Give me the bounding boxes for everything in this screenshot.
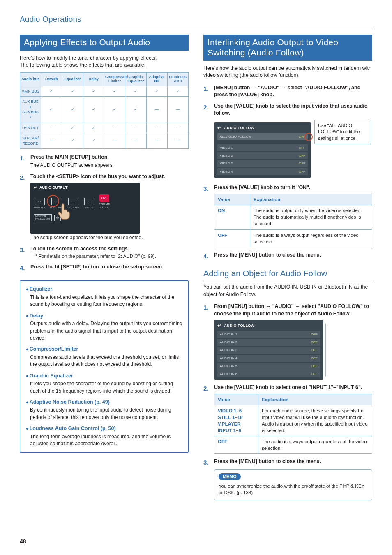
section-header: Audio Operations [20,14,372,25]
effects-row-header: STREAM/RECORD [20,133,41,149]
back-arrow-icon: ↩ [34,185,37,190]
effects-cell: ✓ [104,86,125,97]
effects-cell: — [167,97,188,123]
value-table-b: Value Explanation VIDEO 1–6STILL 1–16V.P… [214,394,372,454]
effects-cell: — [146,123,167,133]
screen-row: AUDIO IN 2OFF [217,339,320,346]
effects-cell: — [125,123,146,133]
effects-cell: ✓ [41,97,62,123]
effects-cell: ✓ [104,97,125,123]
bullet-heading: Graphic Equalizer [26,372,182,380]
bullet-heading: Compressor/Limiter [26,346,182,353]
bullet-text: Compresses audio levels that exceed the … [30,354,182,368]
screen-row: VIDEO 4OFF [217,168,308,175]
left-intro-2: The following table shows the effects th… [20,62,189,69]
effects-row-header: MAIN BUS [20,86,41,97]
right-steps-b: From [MENU] button → "AUDIO" → select "A… [203,303,372,465]
effects-col-header: AdaptiveNR [146,72,167,86]
screen-row: VIDEO 1OFF [217,144,308,151]
header-rule [20,27,372,27]
left-steps: Press the MAIN [SETUP] button.The AUDIO … [20,154,189,271]
effects-cell: ✓ [62,133,83,149]
bullet-text: Outputs audio with a delay. Delaying the… [30,320,182,342]
effects-cell: ✓ [125,86,146,97]
effects-cell: — [146,97,167,123]
effects-cell: ✓ [125,97,146,123]
effects-row-header: AUX BUS 1AUX BUS 2 [20,97,41,123]
audio-output-screen: ↩AUDIO OUTPUT▭MAIN BUS▭AUX 1 BUS▭AUX 2 B… [30,183,140,234]
bullet-heading: Delay [26,312,182,320]
monitor-label: MONITOR/PHONES OUT [34,214,52,221]
step-title: Press the lit [SETUP] button to close th… [30,264,189,271]
callout-ring-icon [304,133,313,141]
bullet-text: It lets you shape the character of the s… [30,380,182,395]
screen-row: AUDIO IN 4OFF [217,355,320,362]
explanation-cell: The audio is always output regardless of… [250,229,372,247]
bullet-heading: Adaptive Noise Reduction (p. 49) [26,399,182,406]
bullet-heading: Equalizer [26,286,182,293]
effects-cell: — [167,123,188,133]
bullet-text: The long-term average loudness is measur… [30,433,182,448]
bus-tile: ▭AUX 2 BUS [67,198,79,209]
effects-cell: ✓ [83,86,104,97]
screen-row: AUDIO IN 6OFF [217,370,320,377]
effects-col-header: Delay [83,72,104,86]
ra-step3: Press the [VALUE] knob to turn it "ON". [214,184,372,192]
explanation-cell: For each audio source, these settings sp… [258,405,372,436]
effects-cell: — [104,133,125,149]
step-title: Press the MAIN [SETUP] button. [30,154,189,161]
value-cell: VIDEO 1–6STILL 1–16V.PLAYERINPUT 1–6 [214,405,258,436]
asterisk-note: * For details on the parameter, refer to… [35,253,189,259]
effects-descriptions: EqualizerThis is a four-band equalizer. … [20,280,189,453]
screen-row: VIDEO 2OFF [217,152,308,159]
effects-col-header: LoudnessAGC [167,72,188,86]
effects-cell: — [146,133,167,149]
bus-tile: ▭USB OUT [84,198,95,209]
ra-step2: Use the [VALUE] knob to select the input… [214,103,372,117]
bullet-text: By continuously monitoring the input aud… [30,407,182,421]
effects-table: Audio busReverbEqualizerDelayCompressor/… [20,72,189,149]
left-intro-1: Here's how to modify the tonal character… [20,55,189,62]
effects-cell: ✓ [62,86,83,97]
back-arrow-icon: ↩ [217,322,221,329]
audio-follow-screen: ↩AUDIO FOLLOW ALL AUDIO FOLLOWOFF VIDEO … [214,122,311,178]
sub-heading: Adding an Object for Audio Follow [203,268,372,280]
rb-step2: Use the [VALUE] knob to select one of "I… [214,384,372,391]
effects-cell: — [41,133,62,149]
scrollbar-icon [325,323,326,377]
effects-cell: ✓ [41,86,62,97]
bus-tile: ▭MAIN BUS [34,198,46,209]
value-table-a: Value Explanation ONThe audio is output … [214,194,372,247]
effects-col-header: Reverb [41,72,62,86]
effects-row-header: USB OUT [20,123,41,133]
screen-row: VIDEO 3OFF [217,160,308,167]
effects-col-header: Audio bus [20,72,41,86]
effects-cell: ✓ [83,123,104,133]
screen-row: AUDIO IN 3OFF [217,347,320,354]
bus-tile: LIVESTREAM/RECORD [99,194,110,210]
highlight-ring-icon [47,195,59,207]
sub-intro: You can set the audio from the AUDIO IN,… [203,284,372,298]
ra-step1: [MENU] button → "AUDIO" → select "AUDIO … [214,84,372,99]
all-audio-callout: Use "ALL AUDIO FOLLOW" to edit the setti… [314,120,371,144]
step-title: Touch the screen to access the settings. [30,245,189,253]
screen-row: AUDIO IN 1OFF [217,331,320,338]
value-cell: OFF [214,436,258,454]
effects-cell: — [41,123,62,133]
effects-col-header: Compressor/Limiter [104,72,125,86]
step-title: Touch the <SETUP> icon of the bus you wa… [30,173,189,180]
effects-cell: ✓ [62,97,83,123]
right-title: Interlinking Audio Output to Video Switc… [203,35,372,61]
page-number: 48 [20,538,26,546]
back-arrow-icon: ↩ [217,125,221,132]
step-note: The setup screen appears for the bus you… [30,234,189,241]
memo-text: You can synchronize the audio with the o… [219,483,368,496]
effects-cell: — [167,133,188,149]
audio-follow-screen-b: ↩AUDIO FOLLOW AUDIO IN 1OFFAUDIO IN 2OFF… [214,320,323,380]
step-note: The AUDIO OUTPUT screen appears. [30,162,189,169]
effects-cell: ✓ [83,133,104,149]
memo-tag: MEMO [219,473,241,480]
explanation-cell: The audio is output only when the video … [250,205,372,229]
value-cell: OFF [214,229,250,247]
bullet-text: This is a four-band equalizer. It lets y… [30,294,182,308]
